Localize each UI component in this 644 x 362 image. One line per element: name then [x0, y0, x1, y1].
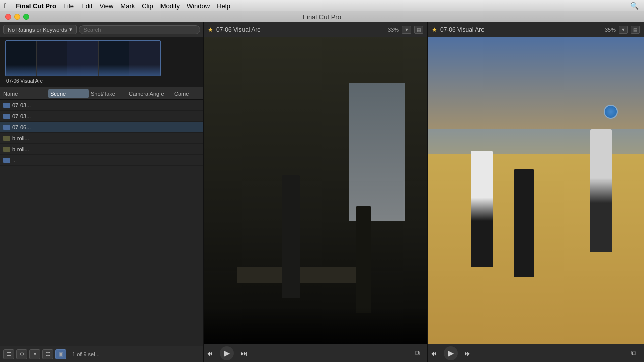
center-viewer-header: ★ 07-06 Visual Arc 33% ▼ ▤ — [204, 22, 427, 37]
maximize-button[interactable] — [23, 14, 29, 20]
list-item[interactable]: b-roll... — [0, 144, 203, 155]
video-clip-icon — [3, 125, 10, 130]
traffic-lights — [5, 14, 29, 20]
center-zoom-level: 33% — [388, 27, 399, 33]
skip-to-end-button[interactable]: ⏭ — [462, 347, 474, 359]
office-window — [349, 83, 405, 222]
fullscreen-button[interactable]: ⧉ — [628, 347, 640, 359]
media-thumbnail: 07-06 Visual Arc — [0, 37, 203, 87]
viewer-layout-button[interactable]: ▤ — [414, 26, 423, 34]
list-item[interactable]: 07-06... — [0, 122, 203, 133]
menu-view[interactable]: View — [99, 2, 113, 10]
apple-logo[interactable]:  — [4, 2, 7, 10]
fullscreen-button[interactable]: ⧉ — [411, 347, 423, 359]
broll-clip-icon — [3, 147, 10, 152]
search-icon[interactable]: 🔍 — [630, 2, 639, 10]
chevron-down-button[interactable]: ▾ — [29, 349, 40, 359]
broll-clip-icon — [3, 136, 10, 141]
center-viewer-title: 07-06 Visual Arc — [216, 26, 385, 33]
col-name-header[interactable]: Name — [3, 90, 48, 97]
office-figure — [356, 206, 371, 314]
beach-figure — [471, 151, 493, 267]
video-overlay — [204, 307, 427, 344]
play-button[interactable]: ▶ — [220, 346, 234, 360]
file-name: b-roll... — [12, 135, 200, 141]
waveform — [67, 65, 98, 76]
col-scene-header[interactable]: Scene — [48, 89, 89, 98]
viewer-options-button[interactable]: ▼ — [619, 26, 628, 34]
right-playback-controls: ⏮ ▶ ⏭ ⧉ — [428, 344, 644, 362]
video-clip-icon — [3, 158, 10, 163]
beach-figure — [514, 169, 534, 277]
filmstrip-view-button[interactable]: ▣ — [55, 349, 66, 359]
menu-edit[interactable]: Edit — [81, 2, 92, 10]
menu-clip[interactable]: Clip — [142, 2, 153, 10]
filmstrip-frame — [67, 41, 99, 76]
beach-figure — [590, 129, 612, 252]
filmstrip — [5, 40, 161, 76]
menu-modify[interactable]: Modify — [160, 2, 180, 10]
filmstrip-frame — [37, 41, 68, 76]
col-camera-angle-header[interactable]: Camera Angle — [129, 90, 174, 97]
list-item[interactable]: 07-03... — [0, 111, 203, 122]
waveform — [6, 65, 36, 76]
star-icon: ★ — [432, 26, 437, 33]
skip-to-start-button[interactable]: ⏮ — [204, 347, 216, 359]
office-figure — [282, 175, 300, 298]
window-title-bar: Final Cut Pro — [0, 11, 644, 22]
right-video-viewer[interactable] — [428, 37, 644, 344]
right-viewer-title: 07-06 Visual Arc — [440, 26, 602, 33]
column-headers: Name Scene Shot/Take Camera Angle Came — [0, 87, 203, 100]
file-name: ... — [12, 157, 200, 163]
list-view-button[interactable]: ☰ — [3, 349, 14, 359]
filmstrip-frame — [99, 41, 130, 76]
waveform — [99, 65, 129, 76]
right-viewer-panel: ★ 07-06 Visual Arc 35% ▼ ▤ ⏮ ▶ ⏭ ⧉ — [428, 22, 644, 362]
left-panel: No Ratings or Keywords ▾ — [0, 22, 204, 362]
menu-finalcutpro[interactable]: Final Cut Pro — [16, 2, 56, 10]
play-button[interactable]: ▶ — [444, 346, 458, 360]
video-frame — [204, 37, 427, 344]
selection-count: 1 of 9 sel... — [72, 351, 100, 357]
grid-view-button[interactable]: ☷ — [42, 349, 53, 359]
list-item[interactable]: 07-03... — [0, 100, 203, 111]
center-video-viewer[interactable] — [204, 37, 427, 344]
filmstrip-frame — [129, 41, 160, 76]
settings-button[interactable]: ⚙ — [16, 349, 27, 359]
minimize-button[interactable] — [14, 14, 20, 20]
col-camera-header[interactable]: Came — [174, 90, 200, 97]
video-frame — [428, 37, 644, 344]
list-item[interactable]: ... — [0, 155, 203, 166]
beach-sand — [428, 154, 644, 344]
file-name: 07-03... — [12, 113, 200, 119]
skip-to-start-button[interactable]: ⏮ — [428, 347, 440, 359]
left-toolbar: No Ratings or Keywords ▾ — [0, 22, 203, 37]
col-shot-header[interactable]: Shot/Take — [89, 90, 129, 97]
menu-mark[interactable]: Mark — [120, 2, 135, 10]
skip-to-end-button[interactable]: ⏭ — [238, 347, 250, 359]
main-layout: No Ratings or Keywords ▾ — [0, 22, 644, 362]
close-button[interactable] — [5, 14, 11, 20]
star-icon: ★ — [208, 26, 213, 33]
viewer-layout-button[interactable]: ▤ — [631, 26, 640, 34]
right-zoom-level: 35% — [605, 27, 616, 33]
list-item[interactable]: b-roll... — [0, 133, 203, 144]
file-list: 07-03... 07-03... 07-06... b-roll... b-r… — [0, 100, 203, 346]
search-input[interactable] — [79, 25, 200, 34]
file-name: 07-03... — [12, 102, 200, 108]
viewer-options-button[interactable]: ▼ — [402, 26, 411, 34]
video-clip-icon — [3, 103, 10, 108]
menu-file[interactable]: File — [63, 2, 74, 10]
right-viewer-header: ★ 07-06 Visual Arc 35% ▼ ▤ — [428, 22, 644, 37]
window-title: Final Cut Pro — [303, 13, 341, 21]
waveform — [129, 65, 160, 76]
center-playback-controls: ⏮ ▶ ⏭ ⧉ — [204, 344, 427, 362]
filter-label: No Ratings or Keywords — [8, 27, 67, 33]
thumbnail-label: 07-06 Visual Arc — [3, 78, 43, 84]
filter-dropdown[interactable]: No Ratings or Keywords ▾ — [3, 25, 77, 34]
menu-help[interactable]: Help — [217, 2, 230, 10]
chevron-down-icon: ▾ — [69, 26, 72, 33]
menu-window[interactable]: Window — [187, 2, 210, 10]
center-viewer-panel: ★ 07-06 Visual Arc 33% ▼ ▤ ⏮ ▶ ⏭ ⧉ — [204, 22, 428, 362]
file-name: 07-06... — [12, 124, 200, 130]
